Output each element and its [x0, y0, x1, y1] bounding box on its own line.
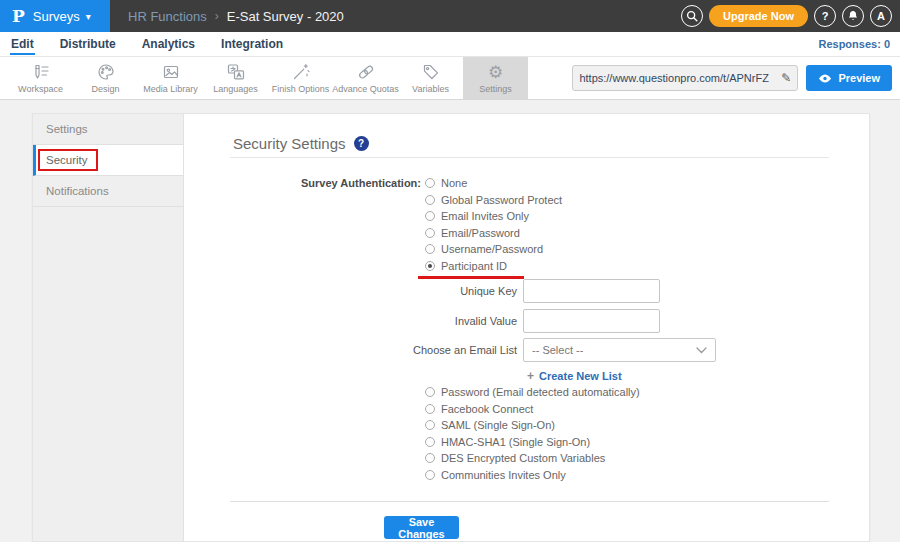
- auth-option-des-encrypted-custom-variables[interactable]: DES Encrypted Custom Variables: [425, 450, 640, 467]
- magic-wand-icon: [291, 62, 311, 82]
- unique-key-label: Unique Key: [184, 279, 517, 303]
- auth-option-communities-invites-only[interactable]: Communities Invites Only: [425, 467, 640, 484]
- settings-sidebar: Settings Security Notifications: [33, 114, 184, 541]
- toolbar-item-advance-quotas[interactable]: Advance Quotas: [333, 57, 398, 99]
- topbar-actions: Upgrade Now ? A: [681, 5, 900, 27]
- tab-distribute[interactable]: Distribute: [59, 34, 117, 55]
- toolbar-item-finish-options[interactable]: Finish Options: [268, 57, 333, 99]
- panel-header: Security Settings ?: [233, 135, 369, 152]
- tab-integration[interactable]: Integration: [220, 34, 284, 55]
- radio-icon: [425, 437, 435, 447]
- search-icon: [685, 9, 699, 23]
- radio-icon: [425, 244, 435, 254]
- questionpro-logo: P: [12, 6, 25, 26]
- unique-key-input[interactable]: [523, 279, 660, 303]
- survey-url-field[interactable]: ✎: [572, 65, 798, 91]
- bell-icon: [846, 9, 860, 23]
- edit-pencil-icon[interactable]: ✎: [781, 71, 791, 85]
- tab-edit[interactable]: Edit: [10, 34, 35, 55]
- palette-icon: [96, 62, 116, 82]
- preview-button[interactable]: Preview: [806, 65, 892, 91]
- toolbar-item-design[interactable]: Design: [73, 57, 138, 99]
- radio-icon: [425, 387, 435, 397]
- breadcrumb-separator: ›: [215, 9, 219, 23]
- create-new-list-link[interactable]: + Create New List: [527, 369, 622, 383]
- brand-menu[interactable]: P Surveys ▾: [0, 0, 110, 32]
- auth-option-email-password[interactable]: Email/Password: [425, 225, 562, 242]
- survey-authentication-label: Survey Authentication:: [184, 177, 421, 189]
- toolbar-item-workspace[interactable]: Workspace: [8, 57, 73, 99]
- breadcrumb-current: E-Sat Survey - 2020: [227, 9, 344, 24]
- auth-option-participant-id[interactable]: Participant ID: [425, 258, 562, 275]
- email-list-select[interactable]: -- Select --: [523, 338, 716, 362]
- page-title: Security Settings: [233, 135, 346, 152]
- auth-options-group-bottom: Password (Email detected automatically) …: [425, 384, 640, 483]
- radio-icon: [425, 195, 435, 205]
- toolbar-item-media-library[interactable]: Media Library: [138, 57, 203, 99]
- toolbar-item-variables[interactable]: Variables: [398, 57, 463, 99]
- invalid-value-input[interactable]: [523, 309, 660, 333]
- auth-option-saml-sso[interactable]: SAML (Single Sign-On): [425, 417, 640, 434]
- auth-option-email-invites-only[interactable]: Email Invites Only: [425, 208, 562, 225]
- tab-analytics[interactable]: Analytics: [141, 34, 196, 55]
- workspace-icon: [31, 62, 51, 82]
- radio-icon: [425, 470, 435, 480]
- gear-icon: ⚙: [488, 62, 503, 82]
- auth-option-none[interactable]: None: [425, 175, 562, 192]
- help-icon[interactable]: ?: [354, 136, 369, 151]
- translate-icon: [226, 62, 246, 82]
- radio-icon: [425, 178, 435, 188]
- auth-options-group-top: None Global Password Protect Email Invit…: [425, 175, 562, 274]
- invalid-value-label: Invalid Value: [184, 309, 517, 333]
- breadcrumb-parent[interactable]: HR Functions: [128, 9, 207, 24]
- security-settings-panel: Security Settings ? Survey Authenticatio…: [184, 114, 869, 541]
- radio-icon: [425, 228, 435, 238]
- auth-option-username-password[interactable]: Username/Password: [425, 241, 562, 258]
- sidebar-item-settings[interactable]: Settings: [33, 114, 183, 145]
- tag-icon: [421, 62, 441, 82]
- account-avatar[interactable]: A: [870, 5, 892, 27]
- auth-option-password-email-detected[interactable]: Password (Email detected automatically): [425, 384, 640, 401]
- survey-url-area: ✎ Preview: [572, 57, 900, 99]
- chain-link-icon: [356, 62, 376, 82]
- edit-toolbar: Workspace Design Media Library Languages…: [0, 57, 900, 100]
- breadcrumb: HR Functions › E-Sat Survey - 2020: [128, 9, 344, 24]
- search-button[interactable]: [681, 5, 703, 27]
- chevron-down-icon: [696, 347, 707, 354]
- responses-count[interactable]: Responses: 0: [818, 38, 890, 50]
- top-bar: P Surveys ▾ HR Functions › E-Sat Survey …: [0, 0, 900, 32]
- plus-icon: +: [527, 369, 534, 383]
- radio-icon: [425, 404, 435, 414]
- divider: [230, 157, 829, 158]
- sidebar-item-security[interactable]: Security: [33, 145, 183, 176]
- sidebar-item-notifications[interactable]: Notifications: [33, 176, 183, 207]
- auth-option-hmac-sha1-sso[interactable]: HMAC-SHA1 (Single Sign-On): [425, 434, 640, 451]
- avatar-initial: A: [877, 10, 885, 22]
- question-mark-icon: ?: [822, 10, 829, 22]
- radio-icon: [425, 211, 435, 221]
- survey-url-input[interactable]: [579, 72, 781, 84]
- email-list-label: Choose an Email List: [184, 338, 517, 362]
- product-switcher-label: Surveys: [33, 9, 80, 24]
- notifications-button[interactable]: [842, 5, 864, 27]
- survey-nav: Edit Distribute Analytics Integration Re…: [0, 32, 900, 57]
- image-icon: [161, 62, 181, 82]
- help-button[interactable]: ?: [814, 5, 836, 27]
- auth-option-facebook-connect[interactable]: Facebook Connect: [425, 401, 640, 418]
- radio-icon: [425, 453, 435, 463]
- upgrade-now-button[interactable]: Upgrade Now: [709, 5, 808, 27]
- toolbar-item-languages[interactable]: Languages: [203, 57, 268, 99]
- auth-option-global-password-protect[interactable]: Global Password Protect: [425, 192, 562, 209]
- toolbar-item-settings[interactable]: ⚙ Settings: [463, 57, 528, 99]
- radio-selected-icon: [425, 261, 435, 271]
- save-changes-button[interactable]: Save Changes: [384, 516, 459, 539]
- eye-icon: [818, 73, 832, 84]
- settings-card: Settings Security Notifications Security…: [32, 113, 870, 542]
- chevron-down-icon: ▾: [86, 11, 91, 22]
- divider: [230, 501, 829, 502]
- radio-icon: [425, 420, 435, 430]
- email-list-selected-value: -- Select --: [532, 344, 696, 356]
